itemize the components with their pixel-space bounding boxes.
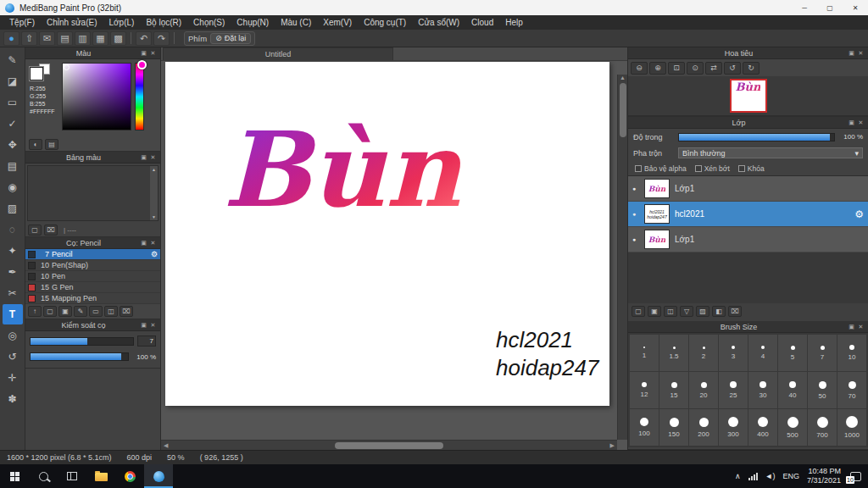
pen-tool[interactable]: ✎ — [3, 50, 23, 70]
maximize-button[interactable]: ▢ — [817, 0, 843, 15]
opacity-slider[interactable] — [678, 133, 835, 141]
select-pen-tool[interactable]: ✓ — [3, 114, 23, 134]
close-icon[interactable]: ✕ — [148, 50, 158, 57]
brush-item-3[interactable]: 15G Pen — [25, 282, 160, 293]
move-tool[interactable]: ✥ — [3, 135, 23, 155]
palette-list[interactable]: ▲ ▼ — [27, 165, 159, 221]
close-icon[interactable]: ✕ — [148, 154, 158, 161]
bucket-tool[interactable]: ◉ — [3, 177, 23, 197]
brush-size-7[interactable]: 7 — [808, 335, 837, 371]
layer-row-2[interactable]: ●BùnLớp1 — [628, 227, 868, 252]
color-slider-button[interactable]: ▤ — [45, 139, 58, 150]
brush-sort-button[interactable]: ↑ — [28, 306, 42, 317]
add-layer-button[interactable]: ▢ — [632, 306, 645, 317]
delete-brush-button[interactable]: ⌧ — [120, 306, 133, 317]
layer-mask-button[interactable]: ◧ — [712, 306, 726, 317]
search-button[interactable] — [29, 464, 58, 488]
layer-visibility-icon[interactable]: ● — [632, 211, 639, 217]
brush-item-0[interactable]: 7Pencil⚙ — [25, 249, 160, 260]
brush-size-30[interactable]: 30 — [748, 372, 777, 408]
horizontal-scrollbar[interactable]: ◀ ▶ — [161, 440, 617, 450]
menu-item-10[interactable]: Cloud — [465, 18, 499, 27]
menu-item-11[interactable]: Help — [499, 18, 529, 27]
brush-size-10[interactable]: 10 — [837, 335, 866, 371]
brush-size-1000[interactable]: 1000 — [837, 409, 866, 446]
medibang-cloud-icon[interactable]: ● — [3, 31, 19, 46]
brush-size-300[interactable]: 300 — [719, 409, 748, 446]
minimize-button[interactable]: ─ — [792, 0, 817, 15]
zoom-100-icon[interactable]: ⊙ — [687, 62, 704, 75]
layer-effect-button[interactable]: ▨ — [696, 306, 709, 317]
merge-layer-button[interactable]: ▽ — [680, 306, 693, 317]
fill-tool[interactable]: ▤ — [3, 156, 23, 176]
brush-size-700[interactable]: 700 — [808, 409, 837, 446]
scroll-down-icon[interactable]: ▼ — [152, 214, 156, 219]
canvas[interactable]: Bùn hcl2021 hoidap247 — [165, 62, 609, 406]
task-view-button[interactable] — [58, 464, 86, 488]
layer-checkbox-2[interactable]: Khóa — [738, 164, 765, 173]
layer-visibility-icon[interactable]: ● — [632, 236, 639, 242]
hue-slider[interactable] — [135, 63, 144, 130]
start-button[interactable] — [0, 464, 29, 488]
scrollbar-thumb[interactable] — [620, 83, 626, 137]
brush-opacity-slider[interactable] — [30, 352, 129, 361]
navigator-thumbnail[interactable]: Bùn — [730, 79, 767, 113]
brush-size-1[interactable]: 1 — [630, 335, 659, 371]
brush-size-2[interactable]: 2 — [689, 335, 718, 371]
lasso-select-tool[interactable]: ◌ — [3, 219, 23, 240]
delete-color-button[interactable]: ⌧ — [44, 225, 58, 236]
language-indicator[interactable]: ENG — [782, 472, 799, 480]
brush-size-4[interactable]: 4 — [748, 335, 777, 371]
menu-item-7[interactable]: Xem(V) — [317, 18, 358, 27]
scroll-up-icon[interactable]: ▲ — [620, 75, 626, 80]
control-pen-tool[interactable]: ✒ — [3, 262, 23, 282]
clock[interactable]: 10:48 PM 7/31/2021 — [807, 467, 841, 485]
layer-settings-icon[interactable]: ⚙ — [854, 208, 864, 220]
close-icon[interactable]: ✕ — [856, 324, 865, 330]
brush-size-70[interactable]: 70 — [837, 372, 866, 408]
menu-item-4[interactable]: Chọn(S) — [187, 18, 231, 27]
layer-visibility-icon[interactable]: ● — [632, 186, 639, 191]
brush-size-slider[interactable] — [30, 337, 134, 346]
brush-size-15[interactable]: 15 — [659, 372, 688, 408]
color-wheel-button[interactable]: ◐ — [29, 139, 42, 150]
zoom-out-icon[interactable]: ⊖ — [631, 62, 648, 75]
chrome-button[interactable] — [115, 464, 144, 488]
zoom-tool[interactable]: ◎ — [3, 325, 23, 346]
duplicate-layer-button[interactable]: ◫ — [664, 306, 677, 317]
menu-item-1[interactable]: Chỉnh sửa(E) — [41, 18, 103, 27]
brush-size-50[interactable]: 50 — [808, 372, 837, 408]
popout-icon[interactable]: ▣ — [139, 240, 148, 247]
menu-item-3[interactable]: Bộ lọc(R) — [140, 18, 187, 27]
canvas-viewport[interactable]: Bùn hcl2021 hoidap247 ▲ ◀ ▶ — [161, 61, 627, 450]
brush-item-1[interactable]: 10Pen(Shap) — [25, 260, 160, 271]
new-canvas-icon[interactable]: ▤ — [57, 31, 73, 46]
sv-cursor[interactable] — [64, 64, 70, 70]
file-explorer-button[interactable] — [86, 464, 115, 488]
saturation-value-picker[interactable] — [62, 63, 131, 130]
add-folder-button[interactable]: ▣ — [648, 306, 661, 317]
brush-size-400[interactable]: 400 — [748, 409, 777, 446]
undo-icon[interactable]: ↶ — [136, 31, 152, 46]
volume-icon[interactable]: ◄) — [765, 472, 776, 480]
brush-size-3[interactable]: 3 — [719, 335, 748, 371]
brush-size-value[interactable]: 7 — [137, 336, 156, 347]
popout-icon[interactable]: ▣ — [139, 322, 148, 329]
upload-icon[interactable]: ⇧ — [21, 31, 37, 46]
brush-size-40[interactable]: 40 — [778, 372, 807, 408]
brush-size-25[interactable]: 25 — [719, 372, 748, 408]
hue-cursor[interactable] — [137, 60, 147, 69]
zoom-in-icon[interactable]: ⊕ — [649, 62, 666, 75]
brush-settings-icon[interactable]: ⚙ — [151, 250, 158, 258]
brush-size-1.5[interactable]: 1.5 — [659, 335, 688, 371]
close-icon[interactable]: ✕ — [856, 119, 865, 126]
popout-icon[interactable]: ▣ — [847, 119, 856, 126]
brush-size-5[interactable]: 5 — [778, 335, 807, 371]
brush-item-4[interactable]: 15Mapping Pen — [25, 293, 160, 304]
add-brush-folder-button[interactable]: ▣ — [58, 306, 72, 317]
notification-center-button[interactable]: 10 — [849, 471, 861, 482]
popout-icon[interactable]: ▣ — [847, 50, 856, 57]
grid-icon[interactable]: ▦ — [92, 31, 108, 46]
menu-item-6[interactable]: Màu (C) — [275, 18, 317, 27]
brush-size-500[interactable]: 500 — [778, 409, 807, 446]
